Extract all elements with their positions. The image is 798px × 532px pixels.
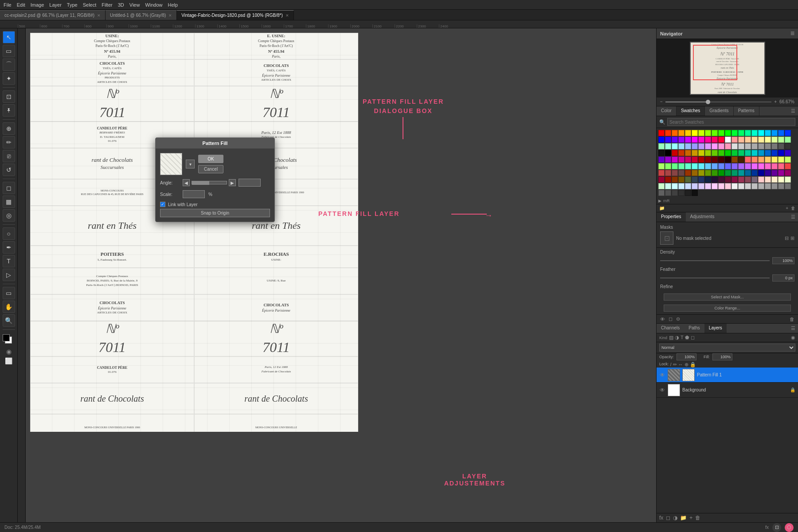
swatch-color[interactable] xyxy=(685,183,691,189)
swatch-color[interactable] xyxy=(765,163,771,169)
swatch-color[interactable] xyxy=(758,183,764,189)
swatch-color[interactable] xyxy=(685,190,691,196)
zoom-tool[interactable]: 🔍 xyxy=(3,314,15,327)
swatch-color[interactable] xyxy=(672,183,678,189)
swatch-color[interactable] xyxy=(672,130,678,136)
swatch-color[interactable] xyxy=(698,170,704,176)
swatch-color[interactable] xyxy=(705,176,711,183)
swatch-color[interactable] xyxy=(738,183,744,189)
swatch-color[interactable] xyxy=(765,130,771,136)
mask-link-icon[interactable]: ⊞ xyxy=(790,235,794,241)
swatch-color[interactable] xyxy=(732,170,738,176)
swatch-color[interactable] xyxy=(685,143,691,149)
kind-type-icon[interactable]: T xyxy=(681,335,684,340)
tab-ccexplain[interactable]: cc-explain2.psd @ 66.7% (Layer 11, RGB/8… xyxy=(0,10,106,20)
dialog-link-checkbox[interactable]: ✓ xyxy=(160,202,165,207)
swatch-color[interactable] xyxy=(692,137,698,143)
swatch-color[interactable] xyxy=(785,183,791,189)
swatch-color[interactable] xyxy=(712,183,718,189)
tab-properties[interactable]: Properties xyxy=(657,212,686,222)
swatch-color[interactable] xyxy=(665,190,671,196)
swatch-color[interactable] xyxy=(738,176,744,183)
swatch-color[interactable] xyxy=(692,176,698,183)
swatch-color[interactable] xyxy=(718,150,724,156)
swatches-panel-menu[interactable]: ☰ xyxy=(788,106,798,116)
swatch-color[interactable] xyxy=(758,156,764,163)
swatch-color[interactable] xyxy=(718,170,724,176)
swatch-color[interactable] xyxy=(738,156,744,163)
status-info-icon[interactable]: fx xyxy=(765,525,769,530)
swatch-color[interactable] xyxy=(725,137,731,143)
canvas-container[interactable]: USINE: Compte Chèques Postaux Paris-St-R… xyxy=(26,28,656,522)
swatch-color[interactable] xyxy=(751,163,758,169)
swatch-color[interactable] xyxy=(665,163,671,169)
swatch-color[interactable] xyxy=(751,130,758,136)
swatch-color[interactable] xyxy=(705,183,711,189)
swatch-color[interactable] xyxy=(765,183,771,189)
swatch-color[interactable] xyxy=(732,130,738,136)
swatch-color[interactable] xyxy=(751,170,758,176)
swatch-color[interactable] xyxy=(732,183,738,189)
swatch-color[interactable] xyxy=(665,150,671,156)
swatches-add-icon[interactable]: + xyxy=(786,206,788,211)
swatch-color[interactable] xyxy=(725,150,731,156)
mask-delete-icon[interactable]: 🗑 xyxy=(790,317,794,322)
swatch-color[interactable] xyxy=(785,163,791,169)
swatch-color[interactable] xyxy=(672,156,678,163)
hand-tool[interactable]: ✋ xyxy=(3,301,15,313)
tab-adjustments[interactable]: Adjustments xyxy=(686,212,719,222)
swatch-color[interactable] xyxy=(718,130,724,136)
swatch-color[interactable] xyxy=(732,143,738,149)
swatch-color[interactable] xyxy=(672,150,678,156)
tab-vintage-fabric[interactable]: Vintage-Fabric-Design-1820.psd @ 100% (R… xyxy=(177,10,293,20)
status-3d-icon[interactable]: ⬡ xyxy=(785,523,794,532)
swatch-color[interactable] xyxy=(751,176,758,183)
path-select-tool[interactable]: ▷ xyxy=(3,269,15,281)
close-tab-vintage[interactable]: ✕ xyxy=(286,13,289,18)
menu-type[interactable]: Type xyxy=(67,2,78,8)
swatch-color[interactable] xyxy=(725,143,731,149)
swatch-color[interactable] xyxy=(745,143,751,149)
swatch-color[interactable] xyxy=(678,143,685,149)
swatch-color[interactable] xyxy=(665,170,671,176)
swatch-color[interactable] xyxy=(785,150,791,156)
swatches-delete-icon[interactable]: 🗑 xyxy=(791,206,795,211)
swatch-color[interactable] xyxy=(678,130,685,136)
kind-pixel-icon[interactable]: ▨ xyxy=(669,335,673,340)
quick-mask-btn[interactable]: ◉ xyxy=(6,348,12,355)
swatch-color[interactable] xyxy=(758,137,764,143)
swatch-color[interactable] xyxy=(685,163,691,169)
swatch-color[interactable] xyxy=(771,176,778,183)
swatch-color[interactable] xyxy=(758,130,764,136)
menu-image[interactable]: Image xyxy=(31,2,44,8)
swatch-color[interactable] xyxy=(738,170,744,176)
swatch-color[interactable] xyxy=(778,170,784,176)
menu-filter[interactable]: Filter xyxy=(102,2,112,8)
swatch-color[interactable] xyxy=(712,156,718,163)
visibility-icon[interactable]: 👁 xyxy=(660,317,665,322)
swatch-color[interactable] xyxy=(718,137,724,143)
swatch-color[interactable] xyxy=(778,130,784,136)
swatch-color[interactable] xyxy=(732,137,738,143)
layer-item-pattern-fill[interactable]: 👁 Pattern Fill 1 xyxy=(657,368,798,383)
swatch-color[interactable] xyxy=(705,150,711,156)
swatch-color[interactable] xyxy=(685,156,691,163)
swatch-color[interactable] xyxy=(738,143,744,149)
kind-adjustment-icon[interactable]: ◑ xyxy=(675,335,679,340)
swatch-color[interactable] xyxy=(751,137,758,143)
swatch-color[interactable] xyxy=(745,130,751,136)
swatch-color[interactable] xyxy=(698,143,704,149)
swatch-color[interactable] xyxy=(678,176,685,183)
tab-color[interactable]: Color xyxy=(657,106,677,116)
layer-fx-icon[interactable]: fx xyxy=(659,515,663,521)
pen-tool[interactable]: ✒ xyxy=(3,241,15,254)
swatch-color[interactable] xyxy=(778,150,784,156)
swatch-color[interactable] xyxy=(771,130,778,136)
swatch-color[interactable] xyxy=(771,163,778,169)
navigator-menu-icon[interactable]: ☰ xyxy=(790,31,794,36)
swatch-color[interactable] xyxy=(732,163,738,169)
gradient-tool[interactable]: ▦ xyxy=(3,196,15,208)
swatch-color[interactable] xyxy=(658,176,665,183)
swatch-color[interactable] xyxy=(765,170,771,176)
swatch-color[interactable] xyxy=(771,150,778,156)
